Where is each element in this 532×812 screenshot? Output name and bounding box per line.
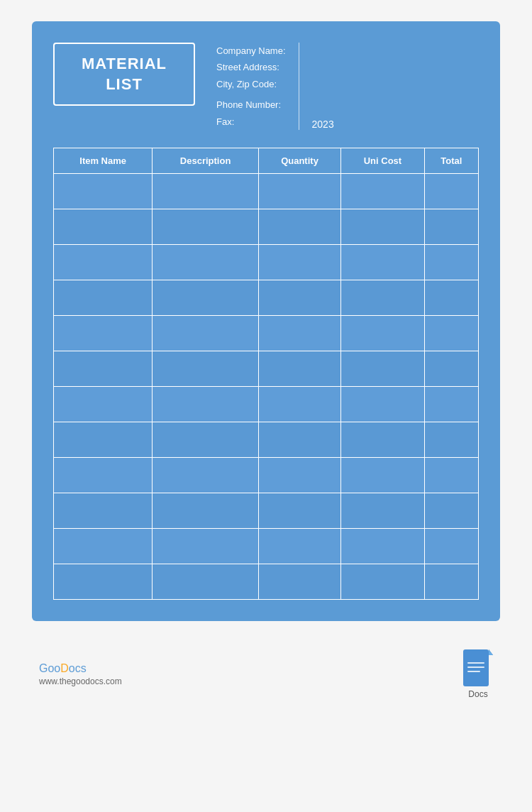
table-cell <box>424 173 478 209</box>
table-cell <box>258 351 340 386</box>
table-cell <box>153 280 259 315</box>
svg-rect-5 <box>467 671 480 672</box>
table-cell <box>258 209 340 244</box>
table-row <box>54 528 479 564</box>
table-cell <box>424 564 478 599</box>
svg-marker-2 <box>489 649 493 655</box>
table-row <box>54 315 479 351</box>
table-cell <box>54 457 153 493</box>
table-cell <box>54 386 153 422</box>
table-cell <box>424 351 478 386</box>
header-right: Company Name: Street Address: City, Zip … <box>216 43 479 130</box>
logo-d-text: D <box>60 662 69 674</box>
material-table: Item Name Description Quantity Uni Cost … <box>53 148 479 600</box>
table-header-row: Item Name Description Quantity Uni Cost … <box>54 148 479 173</box>
table-cell <box>424 280 478 315</box>
table-row <box>54 209 479 244</box>
company-phone-label: Phone Number: <box>216 97 286 113</box>
logo-name: GooDocs <box>39 662 122 675</box>
table-cell <box>341 351 425 386</box>
logo-section: GooDocs www.thegoodocs.com <box>39 662 122 686</box>
col-header-uni-cost: Uni Cost <box>341 148 425 173</box>
title-box: MATERIALLIST <box>53 43 195 106</box>
table-row <box>54 457 479 493</box>
document-title: MATERIALLIST <box>69 54 179 94</box>
table-cell <box>424 528 478 564</box>
table-cell <box>341 209 425 244</box>
table-row <box>54 493 479 528</box>
company-address-label: Street Address: <box>216 59 286 75</box>
table-cell <box>341 280 425 315</box>
logo-url: www.thegoodocs.com <box>39 676 122 686</box>
col-header-description: Description <box>153 148 259 173</box>
table-row <box>54 386 479 422</box>
page-wrapper: MATERIALLIST Company Name: Street Addres… <box>0 0 532 812</box>
header: MATERIALLIST Company Name: Street Addres… <box>53 43 479 130</box>
table-cell <box>54 173 153 209</box>
table-cell <box>424 244 478 280</box>
table-cell <box>258 315 340 351</box>
table-cell <box>54 493 153 528</box>
table-row <box>54 280 479 315</box>
table-row <box>54 351 479 386</box>
table-cell <box>258 493 340 528</box>
table-cell <box>258 386 340 422</box>
table-container: Item Name Description Quantity Uni Cost … <box>53 148 479 600</box>
table-cell <box>424 457 478 493</box>
col-header-total: Total <box>424 148 478 173</box>
table-cell <box>153 209 259 244</box>
table-cell <box>341 386 425 422</box>
table-row <box>54 173 479 209</box>
table-cell <box>153 173 259 209</box>
vertical-divider <box>299 43 299 130</box>
document: MATERIALLIST Company Name: Street Addres… <box>32 21 500 621</box>
docs-file-icon <box>463 649 493 686</box>
table-cell <box>258 457 340 493</box>
docs-icon-section: Docs <box>463 649 493 699</box>
table-row <box>54 244 479 280</box>
table-cell <box>341 422 425 457</box>
table-cell <box>153 564 259 599</box>
table-cell <box>258 528 340 564</box>
table-cell <box>153 422 259 457</box>
col-header-quantity: Quantity <box>258 148 340 173</box>
logo-goo-text: Goo <box>39 662 60 674</box>
year-display: 2023 <box>312 119 334 130</box>
svg-rect-3 <box>467 662 484 664</box>
table-row <box>54 422 479 457</box>
table-cell <box>258 422 340 457</box>
logo-ocs-text: ocs <box>69 662 87 674</box>
table-cell <box>341 315 425 351</box>
table-cell <box>341 564 425 599</box>
table-cell <box>341 457 425 493</box>
table-cell <box>54 280 153 315</box>
table-cell <box>153 244 259 280</box>
table-cell <box>54 351 153 386</box>
table-cell <box>258 280 340 315</box>
table-cell <box>424 386 478 422</box>
table-cell <box>341 244 425 280</box>
table-cell <box>424 209 478 244</box>
table-cell <box>54 209 153 244</box>
table-cell <box>153 528 259 564</box>
table-cell <box>54 528 153 564</box>
table-cell <box>341 173 425 209</box>
table-cell <box>54 244 153 280</box>
company-city-label: City, Zip Code: <box>216 76 286 92</box>
table-cell <box>258 564 340 599</box>
table-cell <box>424 493 478 528</box>
table-cell <box>54 564 153 599</box>
svg-rect-4 <box>467 666 484 668</box>
docs-label-text: Docs <box>468 689 487 699</box>
table-cell <box>424 315 478 351</box>
company-fax-label: Fax: <box>216 114 286 130</box>
table-cell <box>341 528 425 564</box>
table-cell <box>424 422 478 457</box>
col-header-item-name: Item Name <box>54 148 153 173</box>
footer: GooDocs www.thegoodocs.com Docs <box>32 649 500 699</box>
table-cell <box>54 315 153 351</box>
table-cell <box>153 457 259 493</box>
table-cell <box>258 173 340 209</box>
company-info: Company Name: Street Address: City, Zip … <box>216 43 286 130</box>
table-cell <box>153 386 259 422</box>
